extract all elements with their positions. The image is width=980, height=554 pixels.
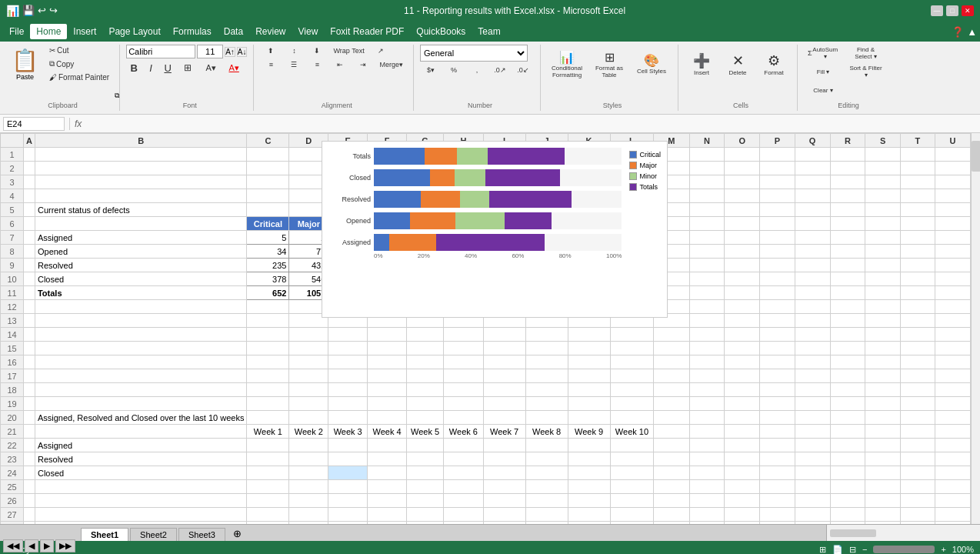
cell[interactable] bbox=[865, 189, 901, 203]
cell[interactable] bbox=[525, 355, 568, 369]
cell[interactable] bbox=[830, 217, 865, 231]
row-number[interactable]: 21 bbox=[1, 425, 24, 439]
cell[interactable]: Week 9 bbox=[568, 425, 610, 439]
cell[interactable] bbox=[689, 439, 725, 452]
cell[interactable] bbox=[610, 439, 654, 452]
cell[interactable] bbox=[247, 162, 289, 175]
cell[interactable] bbox=[865, 452, 901, 466]
cell[interactable] bbox=[795, 411, 830, 425]
cell[interactable] bbox=[289, 383, 328, 397]
cell[interactable] bbox=[725, 452, 760, 466]
cell[interactable] bbox=[900, 480, 935, 494]
cell[interactable] bbox=[725, 355, 760, 369]
menu-data[interactable]: Data bbox=[218, 24, 249, 39]
cell[interactable] bbox=[689, 217, 725, 231]
menu-insert[interactable]: Insert bbox=[67, 24, 102, 39]
cell[interactable] bbox=[725, 480, 760, 494]
cell[interactable] bbox=[900, 342, 935, 355]
cell[interactable] bbox=[795, 425, 830, 439]
cell[interactable] bbox=[865, 466, 901, 480]
cell[interactable] bbox=[935, 245, 971, 259]
cell[interactable] bbox=[795, 397, 830, 411]
cell[interactable] bbox=[689, 383, 725, 397]
cell[interactable] bbox=[368, 466, 407, 480]
row-number[interactable]: 4 bbox=[1, 189, 24, 203]
cell[interactable] bbox=[935, 397, 971, 411]
cell[interactable] bbox=[689, 452, 725, 466]
cell[interactable] bbox=[289, 494, 328, 508]
cell[interactable] bbox=[368, 397, 407, 411]
cell[interactable] bbox=[760, 508, 795, 522]
cell[interactable] bbox=[830, 231, 865, 245]
cell[interactable] bbox=[610, 508, 654, 522]
col-a-header[interactable]: A bbox=[24, 134, 35, 148]
cell[interactable] bbox=[689, 411, 725, 425]
cell[interactable] bbox=[406, 508, 443, 522]
cell[interactable] bbox=[830, 508, 865, 522]
row-number[interactable]: 28 bbox=[1, 522, 24, 525]
cell[interactable] bbox=[900, 175, 935, 189]
cell[interactable] bbox=[24, 162, 35, 175]
cell[interactable] bbox=[525, 452, 568, 466]
cut-button[interactable]: ✂ Cut bbox=[45, 45, 113, 56]
cell[interactable] bbox=[865, 300, 901, 314]
indent-increase-button[interactable]: ⇥ bbox=[352, 58, 374, 71]
cell[interactable] bbox=[795, 245, 830, 259]
col-t-header[interactable]: T bbox=[900, 134, 935, 148]
horizontal-scrollbar[interactable] bbox=[826, 524, 980, 541]
cell[interactable] bbox=[725, 383, 760, 397]
cell[interactable] bbox=[35, 148, 246, 162]
cell[interactable] bbox=[525, 411, 568, 425]
cell[interactable] bbox=[24, 355, 35, 369]
cell[interactable] bbox=[247, 355, 289, 369]
cell[interactable] bbox=[760, 272, 795, 286]
cell[interactable] bbox=[935, 466, 971, 480]
quick-save[interactable]: 💾 bbox=[22, 5, 35, 17]
col-n-header[interactable]: N bbox=[689, 134, 725, 148]
cell[interactable] bbox=[24, 425, 35, 439]
cell[interactable] bbox=[795, 466, 830, 480]
fill-color-button[interactable]: A▾ bbox=[200, 61, 222, 75]
cell[interactable] bbox=[568, 397, 610, 411]
cell[interactable] bbox=[610, 466, 654, 480]
cell[interactable] bbox=[525, 508, 568, 522]
cell[interactable] bbox=[444, 439, 484, 452]
cell[interactable] bbox=[725, 397, 760, 411]
cell[interactable] bbox=[24, 328, 35, 342]
cell[interactable] bbox=[654, 480, 689, 494]
cell[interactable] bbox=[289, 411, 328, 425]
cell[interactable] bbox=[830, 162, 865, 175]
cell[interactable] bbox=[289, 328, 328, 342]
close-button[interactable]: ✕ bbox=[962, 5, 974, 16]
cell[interactable] bbox=[900, 494, 935, 508]
cell[interactable] bbox=[35, 342, 246, 355]
cell[interactable] bbox=[830, 452, 865, 466]
cell[interactable] bbox=[935, 162, 971, 175]
cell[interactable] bbox=[795, 203, 830, 217]
cell[interactable] bbox=[483, 452, 525, 466]
row-number[interactable]: 19 bbox=[1, 397, 24, 411]
cell-reference-box[interactable] bbox=[3, 117, 65, 131]
menu-team[interactable]: Team bbox=[472, 24, 506, 39]
cell[interactable] bbox=[24, 175, 35, 189]
formula-input[interactable] bbox=[85, 117, 977, 131]
row-number[interactable]: 25 bbox=[1, 480, 24, 494]
col-b-header[interactable]: B bbox=[35, 134, 246, 148]
cell[interactable] bbox=[830, 148, 865, 162]
align-right-button[interactable]: ≡ bbox=[306, 58, 328, 71]
cell[interactable] bbox=[568, 369, 610, 383]
row-number[interactable]: 23 bbox=[1, 452, 24, 466]
cell[interactable]: Assigned, Resolved and Closed over the l… bbox=[35, 411, 246, 425]
cell[interactable] bbox=[689, 203, 725, 217]
cell[interactable]: Closed bbox=[35, 466, 246, 480]
cell[interactable] bbox=[654, 342, 689, 355]
cell[interactable] bbox=[725, 342, 760, 355]
cell[interactable] bbox=[610, 411, 654, 425]
menu-formulas[interactable]: Formulas bbox=[167, 24, 218, 39]
row-number[interactable]: 15 bbox=[1, 342, 24, 355]
cell[interactable] bbox=[865, 369, 901, 383]
font-size-increase[interactable]: A↑ bbox=[225, 47, 235, 57]
cell[interactable] bbox=[689, 189, 725, 203]
cell[interactable] bbox=[568, 480, 610, 494]
row-number[interactable]: 3 bbox=[1, 175, 24, 189]
